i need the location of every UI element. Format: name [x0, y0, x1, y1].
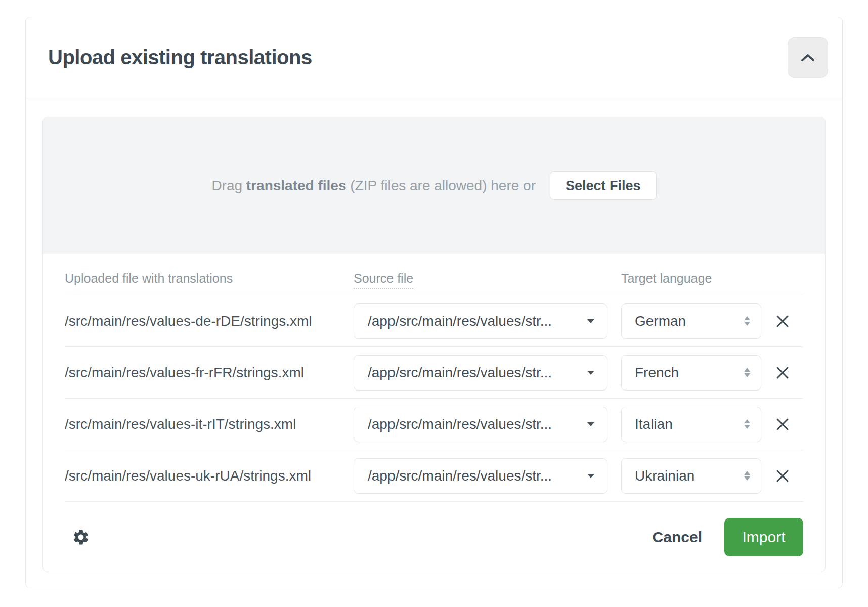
table-row: /src/main/res/values-fr-rFR/strings.xml … [65, 347, 803, 399]
close-icon [775, 468, 790, 484]
target-language-select[interactable]: Italian [621, 407, 761, 442]
header-uploaded-file: Uploaded file with translations [65, 271, 354, 286]
table-row: /src/main/res/values-it-rIT/strings.xml … [65, 399, 803, 450]
up-down-arrows-icon [744, 419, 751, 429]
remove-row-button[interactable] [772, 414, 793, 435]
source-file-value: /app/src/main/res/values/str... [368, 416, 552, 432]
caret-down-icon [587, 473, 595, 479]
upload-translations-card: Upload existing translations Drag transl… [25, 17, 843, 588]
import-settings-button[interactable] [72, 528, 90, 546]
source-file-select[interactable]: /app/src/main/res/values/str... [354, 458, 607, 494]
target-language-value: German [635, 313, 686, 329]
page: Upload existing translations Drag transl… [0, 0, 868, 607]
row-actions [761, 311, 803, 332]
caret-down-icon [587, 319, 595, 324]
dropzone-text-suffix: (ZIP files are allowed) here or [346, 178, 536, 193]
target-language-select[interactable]: Ukrainian [621, 458, 761, 494]
source-file-value: /app/src/main/res/values/str... [368, 365, 552, 381]
source-file-select[interactable]: /app/src/main/res/values/str... [354, 407, 607, 442]
select-files-button[interactable]: Select Files [550, 171, 657, 200]
uploaded-file-path: /src/main/res/values-de-rDE/strings.xml [65, 313, 354, 329]
target-language-value: Italian [635, 416, 673, 432]
source-file-select[interactable]: /app/src/main/res/values/str... [354, 304, 607, 339]
row-actions [761, 362, 803, 383]
up-down-arrows-icon [744, 368, 751, 377]
table-row: /src/main/res/values-de-rDE/strings.xml … [65, 295, 803, 347]
up-down-arrows-icon [744, 471, 751, 481]
import-button[interactable]: Import [724, 518, 803, 556]
target-language-value: French [635, 365, 679, 381]
collapse-button[interactable] [788, 37, 828, 78]
row-actions [761, 414, 803, 435]
up-down-arrows-icon [744, 316, 751, 326]
source-file-value: /app/src/main/res/values/str... [368, 313, 552, 329]
table-row: /src/main/res/values-uk-rUA/strings.xml … [65, 450, 803, 502]
card-header: Upload existing translations [26, 17, 842, 98]
remove-row-button[interactable] [772, 362, 793, 383]
dropzone-text-prefix: Drag [211, 178, 246, 193]
chevron-up-icon [800, 53, 815, 62]
uploaded-file-path: /src/main/res/values-it-rIT/strings.xml [65, 416, 354, 432]
page-title: Upload existing translations [48, 46, 312, 69]
source-file-value: /app/src/main/res/values/str... [368, 468, 552, 484]
panel-footer: Cancel Import [65, 502, 803, 572]
gear-icon [72, 528, 90, 546]
row-actions [761, 465, 803, 487]
close-icon [775, 417, 790, 432]
import-panel: Drag translated files (ZIP files are all… [42, 117, 826, 572]
target-language-value: Ukrainian [635, 468, 695, 484]
caret-down-icon [587, 370, 595, 375]
files-table: Uploaded file with translations Source f… [43, 254, 825, 572]
target-language-select[interactable]: French [621, 355, 761, 391]
table-header-row: Uploaded file with translations Source f… [65, 254, 803, 295]
header-source-file: Source file [354, 271, 607, 286]
card-body: Drag translated files (ZIP files are all… [26, 98, 842, 572]
source-file-select[interactable]: /app/src/main/res/values/str... [354, 355, 607, 391]
dropzone-text: Drag translated files (ZIP files are all… [211, 178, 536, 194]
cancel-button[interactable]: Cancel [653, 529, 702, 546]
file-dropzone[interactable]: Drag translated files (ZIP files are all… [43, 117, 825, 254]
header-target-language: Target language [621, 271, 761, 286]
header-source-file-label[interactable]: Source file [354, 271, 413, 289]
dropzone-text-bold: translated files [246, 178, 346, 193]
remove-row-button[interactable] [772, 465, 793, 487]
caret-down-icon [587, 422, 595, 427]
target-language-select[interactable]: German [621, 304, 761, 339]
close-icon [775, 365, 790, 380]
uploaded-file-path: /src/main/res/values-fr-rFR/strings.xml [65, 365, 354, 381]
uploaded-file-path: /src/main/res/values-uk-rUA/strings.xml [65, 468, 354, 484]
remove-row-button[interactable] [772, 311, 793, 332]
close-icon [775, 314, 790, 329]
